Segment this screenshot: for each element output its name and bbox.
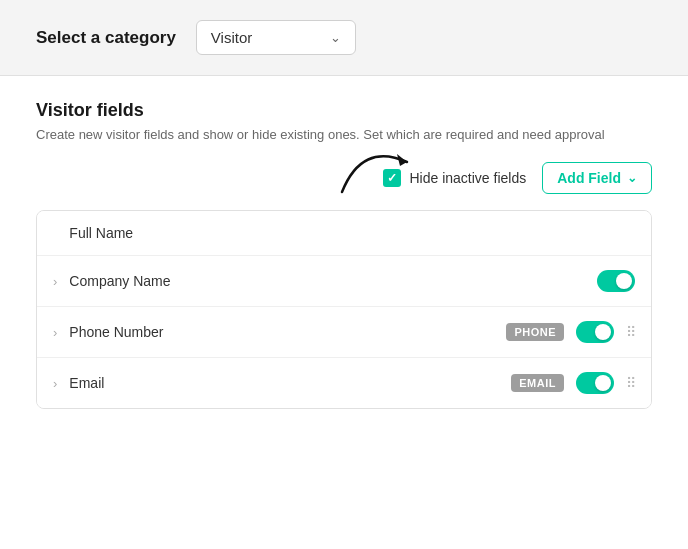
table-row: › Company Name bbox=[37, 256, 651, 307]
toolbar-row: Hide inactive fields Add Field ⌄ bbox=[36, 162, 652, 194]
arrow-annotation bbox=[332, 132, 422, 206]
toggle-knob bbox=[595, 324, 611, 340]
section-title: Visitor fields bbox=[36, 100, 652, 121]
field-type-badge: PHONE bbox=[506, 323, 564, 341]
table-row: › Phone Number PHONE ⠿ bbox=[37, 307, 651, 358]
main-content: Visitor fields Create new visitor fields… bbox=[0, 76, 688, 433]
chevron-down-icon: ⌄ bbox=[627, 171, 637, 185]
expand-icon[interactable]: › bbox=[53, 325, 57, 340]
toggle-knob bbox=[616, 273, 632, 289]
drag-handle-icon[interactable]: ⠿ bbox=[626, 324, 635, 340]
add-field-label: Add Field bbox=[557, 170, 621, 186]
toggle-switch[interactable] bbox=[576, 321, 614, 343]
hide-inactive-label: Hide inactive fields bbox=[409, 170, 526, 186]
expand-icon[interactable]: › bbox=[53, 274, 57, 289]
add-field-button[interactable]: Add Field ⌄ bbox=[542, 162, 652, 194]
expand-icon[interactable]: › bbox=[53, 376, 57, 391]
field-name: Email bbox=[69, 375, 511, 391]
toggle-switch[interactable] bbox=[597, 270, 635, 292]
category-value: Visitor bbox=[211, 29, 252, 46]
header-bar: Select a category Visitor ⌄ bbox=[0, 0, 688, 76]
drag-handle-icon[interactable]: ⠿ bbox=[626, 375, 635, 391]
table-row: › Email EMAIL ⠿ bbox=[37, 358, 651, 408]
chevron-down-icon: ⌄ bbox=[330, 30, 341, 45]
field-type-badge: EMAIL bbox=[511, 374, 564, 392]
toggle-knob bbox=[595, 375, 611, 391]
table-row: › Full Name bbox=[37, 211, 651, 256]
category-dropdown[interactable]: Visitor ⌄ bbox=[196, 20, 356, 55]
field-name: Phone Number bbox=[69, 324, 506, 340]
fields-table: › Full Name › Company Name › Phone Numbe… bbox=[36, 210, 652, 409]
field-name: Full Name bbox=[69, 225, 635, 241]
category-label: Select a category bbox=[36, 28, 176, 48]
toggle-switch[interactable] bbox=[576, 372, 614, 394]
field-name: Company Name bbox=[69, 273, 597, 289]
